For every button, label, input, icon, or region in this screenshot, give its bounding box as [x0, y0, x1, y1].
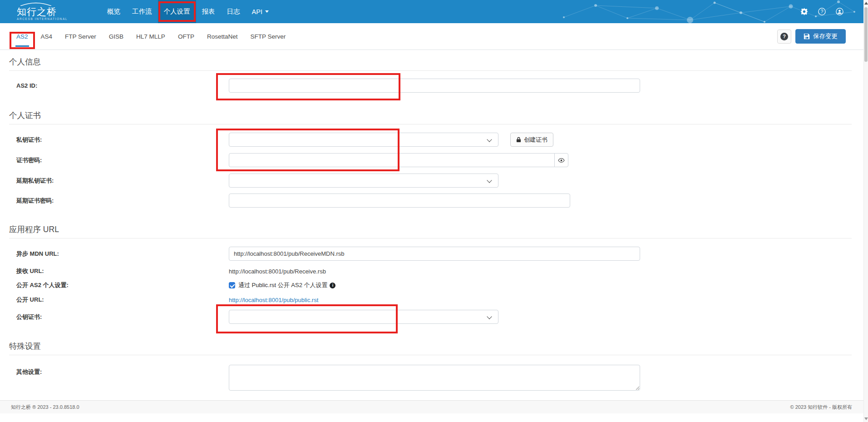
form-row-as2-id: AS2 ID: [0, 79, 868, 93]
tab-label: GISB [109, 33, 123, 40]
public-settings-label: 公开 AS2 个人设置: [0, 281, 229, 289]
public-cert-label: 公钥证书: [0, 313, 229, 321]
tab-as2[interactable]: AS2 [10, 23, 35, 50]
tab-label: AS4 [41, 33, 53, 40]
form-row-rollover-cert: 延期私钥证书: [0, 174, 868, 188]
nav-item-label: 日志 [227, 7, 240, 16]
nav-item-api[interactable]: API [246, 0, 275, 23]
tab-as4[interactable]: AS4 [35, 23, 59, 50]
tab-gisb[interactable]: GISB [103, 23, 130, 50]
nav-item-overview[interactable]: 概览 [101, 0, 126, 23]
form-row-cert-password: 证书密码: [0, 153, 868, 167]
tab-rosettanet[interactable]: RosettaNet [201, 23, 244, 50]
form-row-rollover-password: 延期证书密码: [0, 194, 868, 208]
svg-text:?: ? [821, 9, 824, 14]
tab-label: OFTP [178, 33, 194, 40]
form-row-other-settings: 其他设置: [0, 365, 868, 391]
navbar-icons: ? [800, 0, 843, 23]
section-heading-personal-info: 个人信息 [9, 56, 852, 71]
form-row-private-cert: 私钥证书: 创建证书 [0, 133, 868, 147]
scrollbar-up-arrow-icon[interactable] [864, 2, 868, 5]
other-settings-label: 其他设置: [0, 365, 229, 376]
public-url-label: 公开 URL: [0, 296, 229, 304]
nav-item-label: API [252, 8, 262, 15]
logo-subtitle: ARCESB INTERNATIONAL [17, 18, 68, 21]
settings-form: 个人信息 AS2 ID: 个人证书 私钥证书: 创建证书 证书密码: 延期私钥证… [0, 56, 868, 391]
form-row-public-url: 公开 URL: http://localhost:8001/pub/public… [0, 296, 868, 304]
public-settings-checkbox-label: 通过 Public.rst 公开 AS2 个人设置 [238, 281, 327, 289]
form-row-receive-url: 接收 URL: http://localhost:8001/pub/Receiv… [0, 267, 868, 275]
app-logo[interactable]: 知行之桥 ARCESB INTERNATIONAL [17, 2, 68, 21]
footer-copyright: © 2023 知行软件 - 版权所有 [790, 404, 852, 411]
create-cert-button[interactable]: 创建证书 [510, 133, 553, 147]
top-navbar: 知行之桥 ARCESB INTERNATIONAL 概览 工作流 个人设置 报表… [0, 0, 863, 23]
async-mdn-label: 异步 MDN URL: [0, 250, 229, 258]
nav-item-logs[interactable]: 日志 [221, 0, 246, 23]
info-icon[interactable] [330, 283, 335, 288]
rollover-password-label: 延期证书密码: [0, 197, 229, 205]
section-heading-app-url: 应用程序 URL [9, 224, 852, 238]
async-mdn-input[interactable] [229, 247, 640, 261]
nav-item-workflows[interactable]: 工作流 [126, 0, 158, 23]
private-cert-label: 私钥证书: [0, 136, 229, 144]
tab-sftp-server[interactable]: SFTP Server [244, 23, 292, 50]
tab-label: AS2 [16, 33, 28, 40]
rollover-cert-label: 延期私钥证书: [0, 177, 229, 185]
as2-id-input[interactable] [229, 79, 640, 93]
footer: 知行之桥 ® 2023 - 23.0.8518.0 © 2023 知行软件 - … [0, 400, 868, 413]
help-icon[interactable]: ? [818, 8, 826, 15]
nav-item-profile-settings[interactable]: 个人设置 [158, 0, 196, 23]
save-icon [804, 33, 810, 40]
receive-url-label: 接收 URL: [0, 267, 229, 275]
cert-password-input[interactable] [229, 153, 555, 167]
chevron-down-icon [265, 10, 269, 13]
tab-label: SFTP Server [250, 33, 286, 40]
form-row-public-cert: 公钥证书: [0, 310, 868, 324]
show-password-button[interactable] [554, 153, 568, 167]
form-row-async-mdn: 异步 MDN URL: [0, 247, 868, 261]
rollover-password-input[interactable] [229, 194, 570, 208]
public-settings-checkbox-wrap: 通过 Public.rst 公开 AS2 个人设置 [229, 281, 335, 289]
form-row-public-settings: 公开 AS2 个人设置: 通过 Public.rst 公开 AS2 个人设置 [0, 281, 868, 289]
public-settings-checkbox[interactable] [229, 282, 235, 288]
chevron-down-icon [487, 137, 492, 142]
receive-url-value: http://localhost:8001/pub/Receive.rsb [229, 268, 326, 275]
create-cert-label: 创建证书 [524, 136, 547, 144]
save-button-label: 保存变更 [813, 32, 838, 40]
scrollbar-thumb[interactable] [864, 7, 868, 62]
chevron-down-icon [487, 178, 492, 183]
cert-password-label: 证书密码: [0, 156, 229, 164]
eye-icon [558, 158, 565, 163]
user-icon[interactable] [836, 8, 843, 15]
save-changes-button[interactable]: 保存变更 [795, 29, 846, 44]
tab-label: FTP Server [65, 33, 96, 40]
logo-title: 知行之桥 [17, 7, 68, 16]
tab-label: RosettaNet [207, 33, 238, 40]
as2-id-label: AS2 ID: [0, 82, 229, 89]
logo-arc [20, 2, 52, 6]
tab-oftp[interactable]: OFTP [172, 23, 201, 50]
tab-hl7-mllp[interactable]: HL7 MLLP [130, 23, 172, 50]
nav-item-label: 报表 [202, 7, 215, 16]
nav-item-label: 个人设置 [164, 7, 190, 16]
cert-password-group [229, 153, 568, 167]
other-settings-textarea[interactable] [229, 365, 640, 391]
nav-item-reports[interactable]: 报表 [196, 0, 221, 23]
section-heading-personal-cert: 个人证书 [9, 110, 852, 124]
chevron-down-icon [487, 314, 492, 319]
vertical-scrollbar[interactable] [863, 0, 868, 422]
main-menu: 概览 工作流 个人设置 报表 日志 API [101, 0, 275, 23]
protocol-tabbar: AS2 AS4 FTP Server GISB HL7 MLLP OFTP Ro… [0, 23, 863, 50]
nav-item-label: 工作流 [132, 7, 152, 16]
public-url-link[interactable]: http://localhost:8001/pub/public.rst [229, 297, 318, 303]
rollover-cert-select[interactable] [229, 174, 498, 188]
section-heading-special: 特殊设置 [9, 341, 852, 355]
gear-icon[interactable] [800, 8, 808, 15]
nav-item-label: 概览 [107, 7, 120, 16]
scrollbar-down-arrow-icon[interactable] [864, 417, 868, 420]
public-cert-select[interactable] [229, 310, 498, 324]
private-cert-select[interactable] [229, 133, 498, 147]
tab-ftp-server[interactable]: FTP Server [59, 23, 103, 50]
help-button[interactable]: ? [777, 30, 791, 44]
question-icon: ? [780, 33, 788, 40]
